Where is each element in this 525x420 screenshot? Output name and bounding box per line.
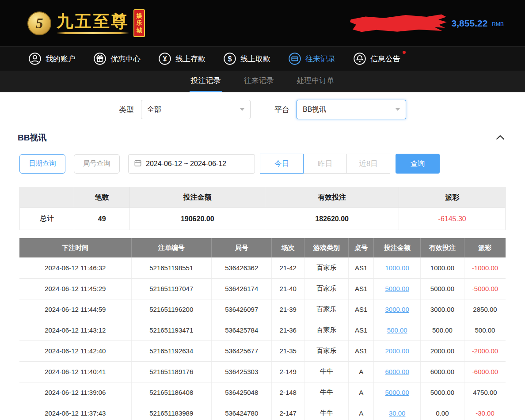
cell-bet-time: 2024-06-12 11:44:59: [19, 299, 131, 320]
cell-table-no: A: [349, 403, 374, 420]
transfer-records-icon: [288, 52, 301, 65]
round-query-button[interactable]: 局号查询: [74, 154, 120, 174]
search-button[interactable]: 查询: [396, 154, 440, 174]
cell-order-no: 521651196200: [131, 299, 212, 320]
balance-area: 3,855.22 RMB: [349, 14, 504, 33]
cell-order-no: 521651183989: [131, 403, 212, 420]
tab-bet-records[interactable]: 投注记录: [190, 71, 222, 92]
chevron-down-icon: [396, 108, 400, 111]
balance-currency: RMB: [492, 21, 504, 27]
tab-transfer-records[interactable]: 往来记录: [243, 71, 275, 92]
cell-payout: 500.00: [464, 320, 506, 341]
cell-session: 21-36: [272, 320, 304, 341]
platform-select-value: BB视讯: [303, 105, 326, 114]
bet-amount-link[interactable]: 5000.00: [374, 278, 421, 299]
cell-session: 21-39: [272, 299, 304, 320]
cell-session: 2-147: [272, 403, 304, 420]
nav-item-withdraw[interactable]: $ 线上取款: [223, 52, 270, 65]
cell-order-no: 521651198551: [131, 257, 212, 278]
cell-table-no: A: [349, 382, 374, 403]
type-filter-label: 类型: [119, 105, 134, 115]
cell-payout: -1000.00: [464, 257, 506, 278]
cell-bet-time: 2024-06-12 11:43:12: [19, 320, 131, 341]
nav-item-my-account[interactable]: 我的账户: [28, 52, 76, 65]
user-icon: [28, 52, 42, 65]
svg-text:¥: ¥: [163, 55, 167, 63]
yesterday-button[interactable]: 昨日: [303, 154, 347, 174]
cell-table-no: AS1: [349, 341, 374, 361]
calendar-icon: [134, 159, 142, 169]
header-valid-bet: 有效投注: [420, 238, 464, 257]
bet-amount-link[interactable]: 30.00: [374, 403, 421, 420]
cell-bet-time: 2024-06-12 11:46:32: [19, 257, 131, 278]
cell-valid-bet: 5000.00: [420, 382, 464, 403]
table-row: 2024-06-12 11:42:40 521651192634 5364256…: [19, 341, 506, 361]
cell-round-no: 536425303: [212, 361, 272, 382]
header-round-no: 局号: [212, 238, 272, 257]
bet-amount-link[interactable]: 6000.00: [374, 361, 421, 382]
cell-payout: -30.00: [464, 403, 506, 420]
cell-bet-time: 2024-06-12 11:39:06: [19, 382, 131, 403]
cell-bet-time: 2024-06-12 11:40:41: [19, 361, 131, 382]
cell-valid-bet: 1000.00: [420, 257, 464, 278]
header-table-no: 桌号: [349, 238, 374, 257]
cell-game-type: 百家乐: [304, 299, 349, 320]
cell-bet-time: 2024-06-12 11:37:43: [19, 403, 131, 420]
nav-label: 线上取款: [240, 54, 270, 64]
summary-header-payout: 派彩: [399, 187, 506, 208]
summary-header-empty: [20, 187, 74, 208]
header-payout: 派彩: [464, 238, 506, 257]
summary-header-row: 笔数 投注金额 有效投注 派彩: [20, 187, 506, 208]
bet-amount-link[interactable]: 500.00: [374, 320, 421, 341]
cell-valid-bet: 2000.00: [420, 341, 464, 361]
cell-round-no: 536426174: [212, 278, 272, 299]
chevron-up-icon[interactable]: [494, 132, 506, 144]
table-row: 2024-06-12 11:43:12 521651193471 5364257…: [19, 320, 506, 341]
bet-amount-link[interactable]: 1000.00: [374, 257, 421, 278]
cell-table-no: AS1: [349, 257, 374, 278]
section-title: BB视讯: [18, 132, 46, 144]
nav-item-promotions[interactable]: 优惠中心: [93, 52, 141, 65]
cell-session: 21-35: [272, 341, 304, 361]
cell-payout: 2850.00: [464, 299, 506, 320]
cell-game-type: 百家乐: [304, 278, 349, 299]
cell-game-type: 牛牛: [304, 382, 349, 403]
header-bet-amount: 投注金额: [374, 238, 421, 257]
tab-pending-orders[interactable]: 处理中订单: [296, 71, 336, 92]
brand-title: 九五至尊: [57, 13, 129, 30]
bet-amount-link[interactable]: 5000.00: [374, 382, 421, 403]
nav-item-deposit[interactable]: ¥ 线上存款: [158, 52, 205, 65]
type-select[interactable]: 全部: [141, 100, 251, 119]
nav-label: 往来记录: [305, 54, 335, 64]
cell-round-no: 536425048: [212, 382, 272, 403]
deposit-coin-icon: ¥: [158, 52, 171, 65]
bell-icon: [353, 52, 366, 65]
nav-item-transfer-records[interactable]: 往来记录: [288, 52, 335, 65]
cell-order-no: 521651189176: [131, 361, 212, 382]
cell-payout: -2000.00: [464, 341, 506, 361]
withdraw-coin-icon: $: [223, 52, 236, 65]
platform-select[interactable]: BB视讯: [297, 100, 406, 119]
bet-amount-link[interactable]: 2000.00: [374, 341, 421, 361]
bet-amount-link[interactable]: 3000.00: [374, 299, 421, 320]
summary-total-row: 总计 49 190620.00 182620.00 -6145.30: [20, 208, 506, 230]
today-button[interactable]: 今日: [260, 154, 304, 174]
bet-table-body: 2024-06-12 11:46:32 521651198551 5364263…: [19, 257, 506, 420]
brand-logo[interactable]: 5 九五至尊 娱乐城: [27, 9, 145, 37]
platform-filter-label: 平台: [274, 105, 289, 115]
cell-valid-bet: 3000.00: [420, 299, 464, 320]
summary-payout: -6145.30: [399, 208, 506, 230]
nav-item-announcements[interactable]: 信息公告: [353, 52, 400, 65]
record-tabs: 投注记录 往来记录 处理中订单: [0, 71, 525, 92]
last-8-days-button[interactable]: 近8日: [346, 154, 390, 174]
cell-round-no: 536426362: [212, 257, 272, 278]
filter-row: 类型 全部 平台 BB视讯: [0, 100, 525, 119]
top-header: 5 九五至尊 娱乐城 3,855.22 RMB: [0, 0, 525, 46]
nav-label: 优惠中心: [110, 54, 141, 64]
date-range-input[interactable]: 2024-06-12 ~ 2024-06-12: [128, 154, 255, 174]
cell-payout: -5000.00: [464, 278, 506, 299]
cell-order-no: 521651197047: [131, 278, 212, 299]
date-query-button[interactable]: 日期查询: [19, 154, 65, 174]
cell-session: 2-148: [272, 382, 304, 403]
table-row: 2024-06-12 11:46:32 521651198551 5364263…: [19, 257, 506, 278]
